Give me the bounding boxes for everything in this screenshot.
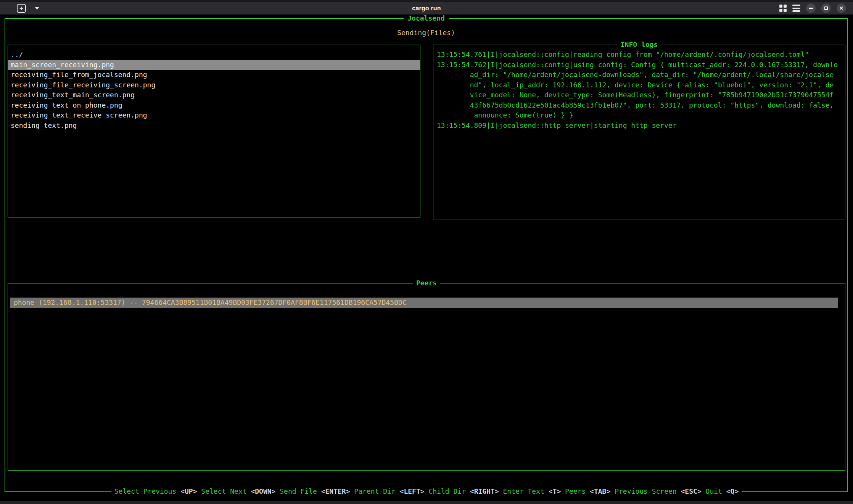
- shortcut-key: <ENTER>: [321, 487, 350, 495]
- peers-title: Peers: [413, 278, 440, 288]
- peer-row[interactable]: phone (192.168.1.110:53317) -- 794664CA3…: [10, 298, 838, 308]
- shortcut-label: Send File: [280, 487, 321, 495]
- file-browser-panel: ../main_screen_receiving.pngreceiving_fi…: [8, 45, 420, 217]
- info-logs-panel: INFO logs 13:15:54.761|I|jocalsend::conf…: [433, 45, 845, 219]
- window-title: cargo run: [412, 5, 441, 12]
- maximize-button[interactable]: [821, 3, 831, 13]
- window-titlebar: + cargo run ✕: [0, 0, 853, 14]
- app-title: Jocalsend: [404, 13, 449, 24]
- shortcuts-bar: Select Previous <UP> Select Next <DOWN> …: [0, 486, 853, 497]
- file-row[interactable]: receiving_text_receive_screen.png: [8, 110, 420, 121]
- maximize-icon: [824, 6, 828, 10]
- file-list: ../main_screen_receiving.pngreceiving_fi…: [8, 45, 420, 130]
- minimize-icon: [809, 8, 813, 9]
- shortcut-label: Select Previous: [114, 487, 180, 495]
- titlebar-separator: [30, 5, 30, 12]
- chevron-down-icon[interactable]: [35, 7, 39, 10]
- file-row[interactable]: ../: [8, 50, 420, 60]
- shortcut-key: <RIGHT>: [470, 487, 499, 495]
- menu-icon[interactable]: [792, 5, 800, 12]
- shortcut-label: Enter Text: [503, 487, 549, 495]
- terminal-screen: Jocalsend Sending(Files) ../main_screen_…: [0, 14, 853, 501]
- file-row[interactable]: main_screen_receiving.png: [8, 60, 420, 70]
- plus-icon: +: [19, 5, 23, 12]
- file-row[interactable]: sending_text.png: [8, 121, 420, 131]
- shortcut-label: Child Dir: [428, 487, 470, 495]
- new-tab-button[interactable]: +: [17, 4, 26, 13]
- titlebar-right-controls: ✕: [779, 3, 846, 13]
- log-text: 13:15:54.761|I|jocalsend::config|reading…: [433, 45, 845, 130]
- shortcut-label: Select Next: [201, 487, 251, 495]
- shortcut-key: <LEFT>: [400, 487, 425, 495]
- file-row[interactable]: receiving_file_from_jocalsend.png: [8, 70, 420, 80]
- close-icon: ✕: [839, 6, 843, 11]
- shortcut-key: <ESC>: [681, 487, 702, 495]
- shortcut-label: Previous Screen: [615, 487, 681, 495]
- window-bottom-edge: [0, 501, 853, 504]
- peers-panel: Peers phone (192.168.1.110:53317) -- 794…: [8, 283, 845, 471]
- shortcut-label: Parent Dir: [354, 487, 399, 495]
- shortcut-label: Quit: [706, 487, 726, 495]
- file-row[interactable]: receiving_file_receiving_screen.png: [8, 80, 420, 90]
- shortcut-label: Peers: [565, 487, 590, 495]
- shortcuts-text: Select Previous <UP> Select Next <DOWN> …: [111, 486, 742, 497]
- titlebar-left-controls: +: [17, 4, 39, 13]
- shortcut-key: <DOWN>: [251, 487, 275, 495]
- file-row[interactable]: receiving_text_main_screen.png: [8, 90, 420, 100]
- info-logs-title: INFO logs: [617, 40, 661, 50]
- tab-overview-icon[interactable]: [779, 5, 787, 12]
- close-button[interactable]: ✕: [837, 3, 846, 13]
- shortcut-key: <T>: [549, 487, 561, 495]
- shortcut-key: <Q>: [726, 487, 739, 495]
- app-mode-subtitle: Sending(Files): [397, 28, 455, 38]
- minimize-button[interactable]: [806, 3, 816, 13]
- shortcut-key: <UP>: [180, 487, 197, 495]
- shortcut-key: <TAB>: [590, 487, 610, 495]
- file-row[interactable]: receiving_text_on_phone.png: [8, 100, 420, 111]
